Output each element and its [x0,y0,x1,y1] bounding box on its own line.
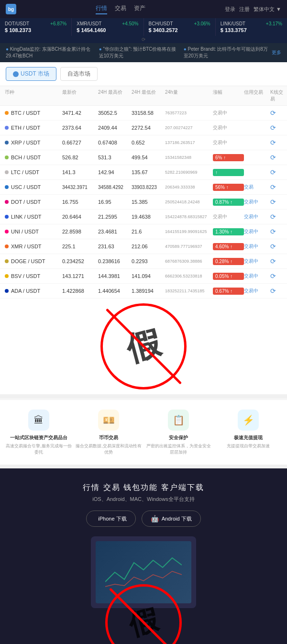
price-link: 20.6464 [62,214,98,220]
low-doge: 0.2293 [132,258,165,264]
section-divider-1 [0,394,287,398]
market-tabs: USDT 市场 自选市场 [0,62,287,86]
chart-uni[interactable]: ⟳ [270,228,287,235]
tab-favorites[interactable]: 自选市场 [60,67,98,81]
table-row: ADA / USDT 1.422868 1.440654 1.389194 18… [0,284,287,299]
ticker-change-1: +4.50% [122,21,138,26]
coin-name-xmr: XMR / USDT [5,244,62,249]
vol-doge: 6876876309.38886 [165,259,213,264]
news-item-1: ● "华尔街之狼": 预计BTC价格将在接近10万美元 [99,46,178,59]
ticker-item-1[interactable]: XMR/USDT +4.50% $ 1454.1460 [72,18,144,36]
feature-title-1: 币币交易 [76,434,142,441]
vol-btc: 763577223 [165,111,213,115]
section-divider-2 [0,465,287,468]
credit-link: 交易中 [244,213,270,220]
news-ticker: ● KingData监控: 东落BCH基金累计持仓 29.47枚BCH ● "华… [0,43,287,62]
coin-name-usc: USC / USDT [5,184,62,190]
android-download-button[interactable]: 🤖 Android 下载 [142,511,201,527]
android-btn-label: Android 下载 [162,515,192,522]
market-table: 币种 最新价 24H 最高价 24H 最低价 24h量 涨幅 信用交易 K线交易… [0,86,287,299]
ticker-item-0[interactable]: DOT/USDT +6.87% $ 108.2373 [0,18,72,36]
col-low: 24H 最低价 [132,89,165,102]
change-badge-usc: 56% ↑ [213,184,244,191]
high-bch: 531.3 [98,155,132,160]
chart-bch[interactable]: ⟳ [270,154,287,161]
ticker-item-3[interactable]: LINK/USDT +3.17% $ 133.3757 [216,18,287,36]
feature-title-3: 极速充值提现 [215,434,281,441]
ticker-bar: DOT/USDT +6.87% $ 108.2373 XMR/USDT +4.5… [0,18,287,36]
low-xmr: 212.06 [132,244,165,249]
login-link[interactable]: 登录 [225,6,235,13]
coin-name-doge: DOGE / USDT [5,258,62,264]
high-link: 21.2595 [98,214,132,220]
high-ltc: 142.94 [98,169,132,175]
low-bch: 499.54 [132,155,165,160]
download-title: 行情 交易 钱包功能 客户端下载 [10,483,277,493]
news-more[interactable]: 更多 [272,49,281,56]
feature-item-2: 📋 安全保护 严密的出账监控体系，为资金安全层层加持 [145,410,211,455]
price-ada: 1.422868 [62,288,98,294]
ticker-pair-3: LINK/USDT [221,21,245,26]
chart-dot[interactable]: ⟳ [270,198,287,206]
chart-link[interactable]: ⟳ [270,213,287,221]
chart-bsv[interactable]: ⟳ [270,272,287,280]
header-right: 登录 注册 繁体中文 ▼ [225,6,281,13]
price-btc: 3471.42 [62,110,98,116]
col-chart: K线交易 [270,89,287,102]
table-row: XRP / USDT 0.66727 0.67408 0.652 137186.… [0,135,287,150]
feature-item-1: 💴 币币交易 撮合交易数据,交易深度和流动性有优势 [76,410,142,455]
coin-name-xrp: XRP / USDT [5,140,62,145]
feature-title-2: 安全保护 [145,434,211,441]
table-row: LTC / USDT 141.3 142.94 135.67 5282.2106… [0,165,287,180]
table-row: DOT / USDT 16.755 16.95 15.385 250524418… [0,195,287,210]
ios-download-button[interactable]: iPhone 下载 [86,511,135,527]
high-ada: 1.440654 [98,288,132,294]
price-doge: 0.234252 [62,258,98,264]
header-logo: bg [6,4,16,14]
chart-eth[interactable]: ⟳ [270,124,287,132]
table-row: XMR / USDT 225.1 231.63 212.06 470589.77… [0,239,287,254]
change-eth: 交易中 [213,124,244,131]
price-uni: 22.8598 [62,229,98,234]
price-ltc: 141.3 [62,169,98,175]
register-link[interactable]: 注册 [239,6,250,13]
ticker-price-2: $ 3403.2572 [149,27,210,33]
coin-name-btc: BTC / USDT [5,110,62,116]
download-subtitle: iOS、Android、MAC、Windows全平台支持 [10,496,277,503]
vol-dot: 250524418.24248 [165,200,213,204]
feature-desc-0: 高速交易撮合引擎,服务完成每一份委托 [6,443,72,455]
col-price: 最新价 [62,89,98,102]
chart-ada[interactable]: ⟳ [270,287,287,295]
high-xmr: 231.63 [98,244,132,249]
price-xrp: 0.66727 [62,140,98,145]
ticker-pair-2: BCH/USDT [149,21,173,26]
table-row: BTC / USDT 3471.42 35052.5 33158.58 7635… [0,106,287,121]
chart-xrp[interactable]: ⟳ [270,139,287,146]
fake-watermark-top: 假 [0,299,287,394]
change-badge-xmr: 4.60% ↑ [213,243,244,250]
low-dot: 15.385 [132,199,165,205]
tab-usdt[interactable]: USDT 市场 [6,67,56,81]
language-selector[interactable]: 繁体中文 ▼ [254,6,281,13]
col-pair: 币种 [5,89,62,102]
table-row: ETH / USDT 2373.64 2409.44 2272.54 207.0… [0,121,287,135]
chart-doge[interactable]: ⟳ [270,257,287,265]
low-usc: 33903.8223 [132,185,165,190]
news-items: ● KingData监控: 东落BCH基金累计持仓 29.47枚BCH ● "华… [6,46,268,59]
low-uni: 21.6 [132,229,165,234]
nav-trade[interactable]: 交易 [115,4,126,14]
low-eth: 2272.54 [132,125,165,131]
vol-ltc: 5282.210690969 [165,170,213,175]
nav-assets[interactable]: 资产 [134,4,145,14]
chart-xmr[interactable]: ⟳ [270,243,287,250]
ticker-item-2[interactable]: BCH/USDT +3.06% $ 3403.2572 [144,18,216,36]
nav-quotes[interactable]: 行情 [96,4,107,14]
chart-usc[interactable]: ⟳ [270,183,287,191]
chart-ltc[interactable]: ⟳ [270,168,287,176]
price-eth: 2373.64 [62,125,98,131]
high-usc: 34588.4292 [98,185,132,190]
coin-name-uni: UNI / USDT [5,229,62,234]
change-xrp: 交易中 [213,139,244,146]
chart-btc[interactable]: ⟳ [270,109,287,117]
credit-uni: 交易中 [244,228,270,235]
